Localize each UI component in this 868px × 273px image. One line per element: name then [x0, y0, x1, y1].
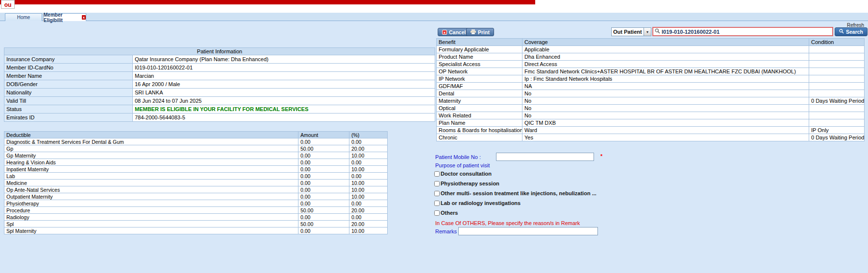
deductible-cell: 0.00 — [349, 200, 388, 207]
tab-member-eligibility[interactable]: Member Eligibilit x — [43, 13, 86, 21]
benefit-row: DentalNo — [437, 90, 865, 97]
purpose-checkbox[interactable] — [434, 210, 440, 216]
deductible-cell: 10.00 — [349, 193, 388, 200]
purpose-checkbox[interactable] — [434, 171, 440, 177]
deductible-cell: Radiology — [4, 214, 298, 221]
benefit-row: Rooms & Boards for hospitalisationWardIP… — [437, 127, 865, 134]
deductible-cell: Diagnostic & Treatment Services For Dent… — [4, 138, 298, 145]
deductible-body: Diagnostic & Treatment Services For Dent… — [4, 138, 388, 234]
tab-bar: Home Member Eligibilit x — [0, 13, 868, 21]
patient-info-row: Member NameMarcian — [4, 72, 435, 80]
member-search-box — [652, 27, 833, 36]
deductible-cell: 0.00 — [298, 166, 349, 173]
purpose-checkbox[interactable] — [434, 201, 440, 206]
benefit-cell — [809, 68, 865, 75]
benefit-cell: 0 Days Waiting Period — [809, 134, 865, 141]
patient-info-row: NationalitySRI LANKA — [4, 89, 435, 97]
deductible-row: Outpatient Maternity0.0010.00 — [4, 193, 388, 200]
benefit-cell — [809, 105, 865, 112]
deductible-cell: Outpatient Maternity — [4, 193, 298, 200]
purpose-checkbox-row: Others — [434, 208, 728, 218]
close-tab-icon[interactable]: x — [82, 15, 86, 20]
deductible-cell: 0.00 — [349, 214, 388, 221]
benefit-row: Formulary ApplicableApplicable — [437, 46, 865, 53]
print-button-label: Print — [478, 29, 490, 35]
cancel-button[interactable]: x Cancel — [438, 28, 470, 36]
print-button[interactable]: Print — [466, 28, 494, 36]
patient-info-field-label: Status — [4, 105, 133, 114]
benefit-row: Work RelatedNo — [437, 112, 865, 119]
deductible-cell: 0.00 — [298, 214, 349, 221]
benefit-row: MaternityNo0 Days Waiting Period — [437, 97, 865, 105]
deductible-cell: 0.00 — [298, 173, 349, 180]
purpose-checkbox-row: Lab or radiology investigations — [434, 198, 728, 208]
benefit-cell: Fmc Standard Network Clinics+ASTER HOSPI… — [522, 68, 809, 75]
deductible-cell: Op Ante-Natal Services — [4, 186, 298, 193]
patient-type-select[interactable]: Out Patient ▼ — [611, 27, 651, 36]
deductible-cell: Lab — [4, 173, 298, 180]
deductible-cell: 0.00 — [298, 193, 349, 200]
logo: ou — [1, 0, 15, 9]
purpose-checkbox[interactable] — [434, 181, 440, 186]
tab-home[interactable]: Home — [5, 13, 42, 21]
patient-mobile-input[interactable] — [496, 153, 594, 161]
benefit-cell: 0 Days Waiting Period — [809, 97, 865, 105]
benefit-cell: Dental — [437, 90, 522, 97]
patient-info-body: Insurance CompanyQatar Insurance Company… — [4, 55, 435, 122]
member-search-input[interactable] — [662, 29, 831, 35]
benefit-cell: GDF/MAF — [437, 83, 522, 90]
benefit-cell: Direct Access — [522, 61, 809, 68]
benefit-cell — [809, 46, 865, 53]
purpose-checkbox[interactable] — [434, 191, 440, 196]
purpose-checkbox-label: Other multi- session treatment like inje… — [441, 190, 596, 196]
remarks-input[interactable] — [458, 227, 598, 235]
deductible-cell: 0.00 — [298, 180, 349, 186]
patient-info-row: Member ID-CardNoI019-010-120160022-01 — [4, 64, 435, 72]
benefit-row: Plan NameQIC TM DXB — [437, 119, 865, 127]
benefit-cell — [809, 90, 865, 97]
deductible-cell: 10.00 — [349, 152, 388, 159]
deductible-cell: 10.00 — [349, 228, 388, 234]
purpose-checkbox-list: Doctor consultationPhysiotherapy session… — [434, 169, 728, 218]
purpose-checkbox-row: Other multi- session treatment like inje… — [434, 188, 728, 198]
cancel-button-label: Cancel — [449, 29, 466, 35]
patient-info-field-label: Insurance Company — [4, 55, 133, 64]
deductible-cell: 0.00 — [298, 152, 349, 159]
patient-info-field-value: SRI LANKA — [133, 89, 435, 97]
deductible-row: Spl Maternity0.0010.00 — [4, 228, 388, 234]
purpose-checkbox-label: Physiotherapy session — [441, 181, 499, 186]
benefit-row: IP NetworkIp : Fmc Standard Network Hosp… — [437, 75, 865, 83]
patient-info-field-value: I019-010-120160022-01 — [133, 64, 435, 72]
search-button-icon — [839, 29, 844, 35]
purpose-checkbox-row: Physiotherapy session — [434, 179, 728, 188]
others-note: In Case Of OTHERS, Please specify the re… — [435, 220, 580, 226]
patient-info-row: Insurance CompanyQatar Insurance Company… — [4, 55, 435, 64]
benefit-cell — [809, 53, 865, 61]
deductible-amount-header: Amount — [298, 132, 349, 138]
benefit-row: ChronicYes0 Days Waiting Period — [437, 134, 865, 141]
patient-info-row: Valid Till08 Jun 2024 to 07 Jun 2025 — [4, 97, 435, 105]
patient-info-field-value: Marcian — [133, 72, 435, 80]
deductible-cell: Hearing & Vision Aids — [4, 159, 298, 166]
benefit-cell: No — [522, 97, 809, 105]
benefit-cell: Ip : Fmc Standard Network Hospitals — [522, 75, 809, 83]
mobile-required-marker: * — [600, 153, 602, 159]
search-button[interactable]: Search — [835, 27, 868, 36]
deductible-cell: 0.00 — [298, 200, 349, 207]
deductible-row: Physiotherapy0.000.00 — [4, 200, 388, 207]
benefit-body: Formulary ApplicableApplicableProduct Na… — [437, 46, 865, 141]
member-eligibility-screen: ou Home Member Eligibilit x Refresh Pati… — [0, 0, 868, 273]
patient-info-field-label: Emirates ID — [4, 114, 133, 122]
benefit-cell: Yes — [522, 134, 809, 141]
deductible-cell: 0.00 — [298, 159, 349, 166]
benefit-cell: Dha Enhanced — [522, 53, 809, 61]
patient-info-field-value: 08 Jun 2024 to 07 Jun 2025 — [133, 97, 435, 105]
benefit-header: Benefit — [437, 39, 522, 46]
patient-info-title: Patient Information — [4, 48, 435, 55]
search-button-label: Search — [846, 29, 863, 35]
deductible-cell: 0.00 — [349, 173, 388, 180]
patient-info-field-value: Qatar Insurance Company (Plan Name: Dha … — [133, 55, 435, 64]
deductible-row: Op Ante-Natal Services0.0010.00 — [4, 186, 388, 193]
benefit-cell: Plan Name — [437, 119, 522, 127]
search-icon — [655, 28, 660, 35]
